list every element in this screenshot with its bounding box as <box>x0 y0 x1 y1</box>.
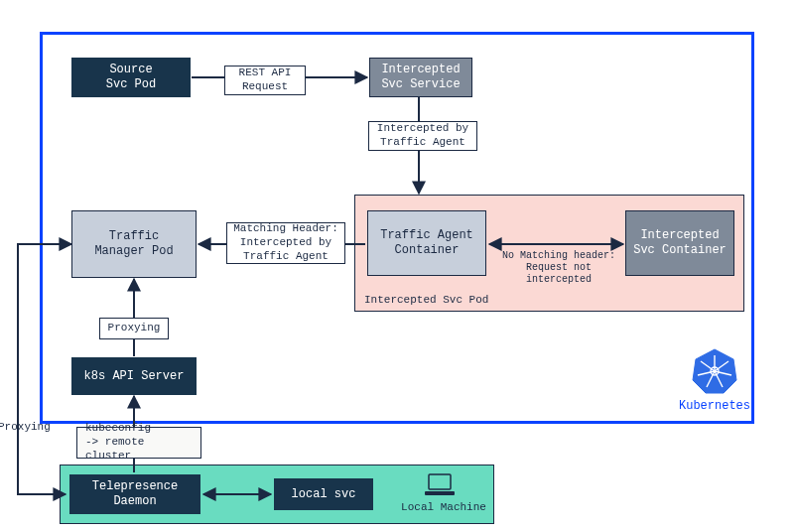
matching-header-label: Matching Header: Intercepted by Traffic … <box>226 222 345 264</box>
rest-api-request-label: REST API Request <box>224 66 306 95</box>
intercepted-svc-service: Intercepted Svc Service <box>369 58 472 97</box>
proxying-up-label: Proxying <box>99 318 169 339</box>
no-matching-header-label: No Matching header: Request not intercep… <box>496 250 621 286</box>
laptop-icon <box>423 472 457 498</box>
kubernetes-label: Kubernetes <box>679 399 750 413</box>
local-machine-label: Local Machine <box>399 501 488 514</box>
k8s-api-server: k8s API Server <box>71 357 197 395</box>
svg-rect-8 <box>425 491 455 495</box>
traffic-manager-pod: Traffic Manager Pod <box>71 210 197 278</box>
intercepted-svc-container: Intercepted Svc Container <box>625 210 734 276</box>
traffic-agent-container: Traffic Agent Container <box>367 210 486 276</box>
intercepted-by-traffic-agent-label: Intercepted by Traffic Agent <box>368 121 477 151</box>
kubeconfig-label: kubeconfig -> remote cluster <box>76 427 201 459</box>
source-svc-pod: Source Svc Pod <box>71 58 191 97</box>
kubernetes-icon <box>691 347 738 395</box>
diagram-stage: Intercepted Svc Pod Source Svc Pod REST … <box>0 0 794 532</box>
intercepted-svc-pod-caption: Intercepted Svc Pod <box>364 294 488 307</box>
local-svc: local svc <box>274 478 373 510</box>
svg-rect-7 <box>429 474 451 489</box>
proxying-side-label: Proxying <box>0 421 54 434</box>
telepresence-daemon: Telepresence Daemon <box>69 474 200 514</box>
